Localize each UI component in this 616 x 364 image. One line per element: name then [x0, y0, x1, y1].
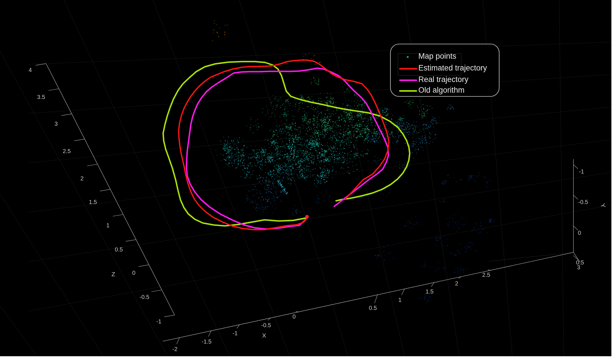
- x-axis-tick-label: 2.5: [482, 272, 490, 278]
- z-axis-tick: [151, 290, 162, 292]
- z-axis-tick: [74, 139, 85, 141]
- legend-item-label: Map points: [418, 52, 456, 60]
- y-axis-tick-label: 0.5: [576, 259, 584, 266]
- x-axis-line: [163, 252, 573, 341]
- z-axis-tick: [87, 164, 98, 166]
- x-axis-tick: [488, 270, 491, 270]
- z-axis-tick: [100, 189, 110, 191]
- grid-line-steep: [0, 0, 167, 356]
- grid-line-steep: [153, 0, 290, 356]
- x-axis-tick-label: -0.5: [261, 322, 271, 328]
- grid-line-shallow: [29, 75, 611, 113]
- z-axis-tick-label: -0.5: [140, 294, 149, 300]
- axes: 43.532.521.510.50-0.5-1Z-2-1.5-1-0.500.5…: [28, 64, 607, 352]
- grid-line-steep: [0, 0, 103, 356]
- z-axis-tick-label: 1.5: [89, 199, 97, 205]
- z-axis-tick-label: 3.5: [37, 94, 45, 100]
- y-axis-tick: [573, 195, 578, 199]
- grid-line-steep: [559, 0, 564, 356]
- grid-line-steep: [239, 0, 348, 356]
- x-axis-tick-label: -1.5: [202, 338, 211, 345]
- right-margin-strip: [611, 0, 616, 364]
- z-axis-title: Z: [112, 271, 115, 277]
- grid-line-steep: [64, 0, 230, 356]
- z-axis-tick-label: 1: [106, 222, 109, 228]
- trajectories: [163, 60, 410, 230]
- x-axis-tick: [208, 331, 211, 337]
- y-axis-tick: [573, 226, 578, 230]
- legend-item-label: Old algorithm: [418, 86, 465, 94]
- x-axis-tick: [177, 338, 180, 344]
- y-axis-tick: [573, 165, 578, 169]
- x-axis-tick-label: 0.5: [369, 305, 377, 311]
- grid-line-shallow: [29, 42, 611, 64]
- y-axis-tick-label: -0.5: [578, 199, 588, 205]
- figure-margin: [0, 0, 616, 364]
- grid-lines: [0, 0, 611, 356]
- x-axis-tick-label: 1.5: [426, 288, 434, 295]
- x-axis-tick: [296, 312, 299, 312]
- x-axis-title: X: [262, 332, 266, 339]
- y-axis-tick-label: -1: [579, 168, 584, 175]
- x-axis-tick: [402, 289, 405, 295]
- z-axis-tick: [164, 315, 175, 317]
- z-axis-tick-label: 3: [54, 121, 58, 127]
- x-axis-tick-label: -1: [232, 330, 238, 336]
- grid-line-shallow: [29, 205, 611, 311]
- legend[interactable]: Map pointsEstimated trajectoryReal traje…: [390, 44, 499, 96]
- x-axis-tick-label: 0: [292, 313, 295, 320]
- z-axis-tick-label: 0: [132, 270, 135, 276]
- z-axis-tick-label: 2: [80, 175, 83, 182]
- z-axis-tick-label: 4: [28, 67, 32, 73]
- figure: 43.532.521.510.50-0.5-1Z-2-1.5-1-0.500.5…: [0, 0, 616, 364]
- x-axis-tick-label: -2: [172, 346, 178, 352]
- z-axis-tick: [139, 265, 149, 266]
- legend-item-label: Estimated trajectory: [418, 64, 487, 72]
- z-axis-tick: [49, 89, 59, 90]
- grid-line-shallow: [29, 107, 611, 163]
- map-points-marker-icon: [407, 56, 409, 58]
- plot-area: 43.532.521.510.50-0.5-1Z-2-1.5-1-0.500.5…: [0, 0, 616, 364]
- z-axis-tick: [113, 214, 123, 216]
- x-axis-tick: [375, 295, 377, 303]
- z-axis-tick-label: -1: [156, 318, 161, 325]
- grid-line-shallow: [29, 140, 611, 212]
- legend-item-label: Real trajectory: [418, 75, 469, 84]
- z-axis-tick-label: 0.5: [115, 246, 123, 253]
- x-axis-tick-label: 1: [398, 297, 401, 303]
- grid-corner-tail: [489, 252, 573, 261]
- z-axis-tick: [126, 240, 136, 241]
- x-axis-tick-label: 2: [455, 280, 458, 287]
- y-axis-tick-label: 0: [578, 230, 581, 236]
- z-axis-tick: [61, 114, 72, 116]
- y-axis-title: Y: [599, 203, 607, 208]
- grid-line-steep: [0, 0, 37, 356]
- trajectory-start-marker: [305, 215, 309, 218]
- bottom-margin-strip: [0, 356, 616, 364]
- z-axis-tick-label: 2.5: [63, 148, 71, 154]
